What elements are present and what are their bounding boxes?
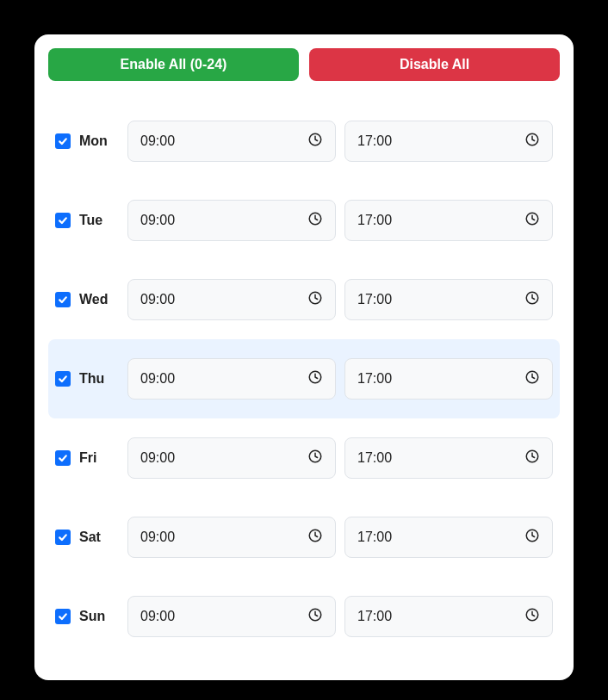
clock-icon xyxy=(307,449,323,468)
clock-icon xyxy=(307,290,323,309)
clock-icon xyxy=(524,290,540,309)
start-time-input-wed[interactable]: 09:00 xyxy=(127,279,336,320)
clock-icon xyxy=(524,132,540,151)
enable-all-button[interactable]: Enable All (0-24) xyxy=(48,48,299,81)
start-time-value: 09:00 xyxy=(140,609,175,624)
start-time-input-sat[interactable]: 09:00 xyxy=(127,517,336,558)
day-label-tue: Tue xyxy=(79,213,119,228)
day-label-fri: Fri xyxy=(79,450,119,466)
clock-icon xyxy=(307,211,323,230)
day-checkbox-fri[interactable] xyxy=(55,450,71,466)
day-label-sun: Sun xyxy=(79,609,119,624)
day-row-sat: Sat09:0017:00 xyxy=(48,498,560,577)
start-time-input-fri[interactable]: 09:00 xyxy=(127,437,336,479)
start-time-value: 09:00 xyxy=(140,371,175,387)
clock-icon xyxy=(307,607,323,626)
day-label-sat: Sat xyxy=(79,530,119,545)
clock-icon xyxy=(307,369,323,388)
day-row-tue: Tue09:0017:00 xyxy=(48,181,560,260)
end-time-input-wed[interactable]: 17:00 xyxy=(344,279,553,320)
clock-icon xyxy=(307,132,323,151)
clock-icon xyxy=(524,607,540,626)
start-time-value: 09:00 xyxy=(140,133,175,149)
button-row: Enable All (0-24) Disable All xyxy=(48,48,560,81)
day-row-thu: Thu09:0017:00 xyxy=(48,339,560,418)
day-label-thu: Thu xyxy=(79,371,119,387)
day-checkbox-tue[interactable] xyxy=(55,213,71,228)
start-time-value: 09:00 xyxy=(140,450,175,466)
day-checkbox-wed[interactable] xyxy=(55,292,71,307)
day-checkbox-mon[interactable] xyxy=(55,133,71,149)
start-time-input-thu[interactable]: 09:00 xyxy=(127,358,336,400)
end-time-value: 17:00 xyxy=(357,371,392,387)
end-time-value: 17:00 xyxy=(357,530,392,545)
day-row-sun: Sun09:0017:00 xyxy=(48,577,560,656)
day-label-mon: Mon xyxy=(79,133,119,149)
day-rows: Mon09:0017:00Tue09:0017:00Wed09:0017:00T… xyxy=(48,102,560,656)
day-checkbox-thu[interactable] xyxy=(55,371,71,387)
day-checkbox-sat[interactable] xyxy=(55,530,71,545)
clock-icon xyxy=(524,211,540,230)
day-checkbox-sun[interactable] xyxy=(55,609,71,624)
start-time-input-tue[interactable]: 09:00 xyxy=(127,200,336,241)
start-time-input-sun[interactable]: 09:00 xyxy=(127,596,336,637)
day-row-wed: Wed09:0017:00 xyxy=(48,260,560,339)
start-time-value: 09:00 xyxy=(140,213,175,228)
end-time-input-tue[interactable]: 17:00 xyxy=(344,200,553,241)
end-time-input-fri[interactable]: 17:00 xyxy=(344,437,553,479)
day-row-fri: Fri09:0017:00 xyxy=(48,418,560,498)
end-time-input-mon[interactable]: 17:00 xyxy=(344,121,553,162)
disable-all-button[interactable]: Disable All xyxy=(309,48,560,81)
start-time-value: 09:00 xyxy=(140,530,175,545)
end-time-value: 17:00 xyxy=(357,609,392,624)
end-time-value: 17:00 xyxy=(357,450,392,466)
clock-icon xyxy=(524,369,540,388)
clock-icon xyxy=(524,528,540,547)
day-row-mon: Mon09:0017:00 xyxy=(48,102,560,181)
start-time-value: 09:00 xyxy=(140,292,175,307)
clock-icon xyxy=(307,528,323,547)
end-time-input-sat[interactable]: 17:00 xyxy=(344,517,553,558)
end-time-input-sun[interactable]: 17:00 xyxy=(344,596,553,637)
schedule-card: Enable All (0-24) Disable All Mon09:0017… xyxy=(34,34,574,680)
end-time-value: 17:00 xyxy=(357,133,392,149)
end-time-input-thu[interactable]: 17:00 xyxy=(344,358,553,400)
end-time-value: 17:00 xyxy=(357,292,392,307)
end-time-value: 17:00 xyxy=(357,213,392,228)
day-label-wed: Wed xyxy=(79,292,119,307)
clock-icon xyxy=(524,449,540,468)
start-time-input-mon[interactable]: 09:00 xyxy=(127,121,336,162)
